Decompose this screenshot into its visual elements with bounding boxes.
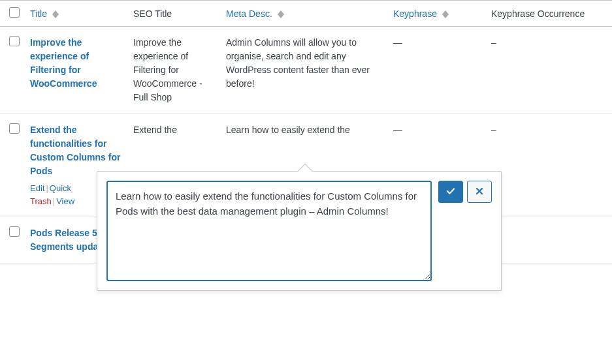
meta-desc-cell[interactable]: Admin Columns will allow you to organise…	[221, 27, 388, 114]
sort-icon	[442, 10, 449, 18]
column-header-seo-title: SEO Title	[128, 1, 221, 27]
occurrence-cell: –	[486, 114, 612, 217]
close-icon	[475, 187, 484, 198]
meta-desc-editor[interactable]	[106, 181, 432, 281]
confirm-button[interactable]	[438, 181, 463, 203]
column-header-seo-title-label: SEO Title	[133, 8, 172, 19]
column-header-keyphrase-label: Keyphrase	[393, 8, 437, 19]
post-title-link[interactable]: Extend the functionalities for Custom Co…	[30, 125, 120, 176]
view-action[interactable]: View	[56, 196, 74, 206]
inline-edit-popover	[97, 171, 502, 291]
select-all-checkbox[interactable]	[9, 7, 20, 18]
quick-edit-action[interactable]: Quick	[50, 183, 71, 193]
column-header-meta-desc-label: Meta Desc.	[226, 8, 272, 19]
check-icon	[446, 187, 455, 198]
row-checkbox[interactable]	[9, 123, 20, 134]
row-checkbox[interactable]	[9, 36, 20, 46]
keyphrase-cell: —	[388, 27, 486, 114]
trash-action[interactable]: Trash	[30, 196, 52, 206]
seo-title-cell: Improve the experience of Filtering for …	[128, 27, 221, 114]
cancel-button[interactable]	[467, 181, 492, 203]
occurrence-cell	[486, 217, 612, 264]
occurrence-cell: –	[486, 27, 612, 114]
sort-icon	[278, 10, 284, 18]
table-row: Improve the experience of Filtering for …	[0, 27, 612, 114]
column-header-title[interactable]: Title	[25, 1, 128, 27]
post-title-link[interactable]: Improve the experience of Filtering for …	[30, 37, 97, 89]
sort-icon	[52, 10, 59, 18]
row-checkbox[interactable]	[9, 226, 20, 237]
edit-action[interactable]: Edit	[30, 183, 44, 193]
column-header-title-label: Title	[30, 8, 47, 19]
column-header-keyphrase[interactable]: Keyphrase	[388, 1, 486, 27]
column-header-meta-desc[interactable]: Meta Desc.	[221, 1, 388, 27]
column-header-occ-label: Keyphrase Occurrence	[491, 8, 585, 19]
table-header-row: Title SEO Title Meta Desc. Keyphrase	[0, 1, 612, 27]
column-header-keyphrase-occurrence: Keyphrase Occurrence	[486, 1, 612, 27]
